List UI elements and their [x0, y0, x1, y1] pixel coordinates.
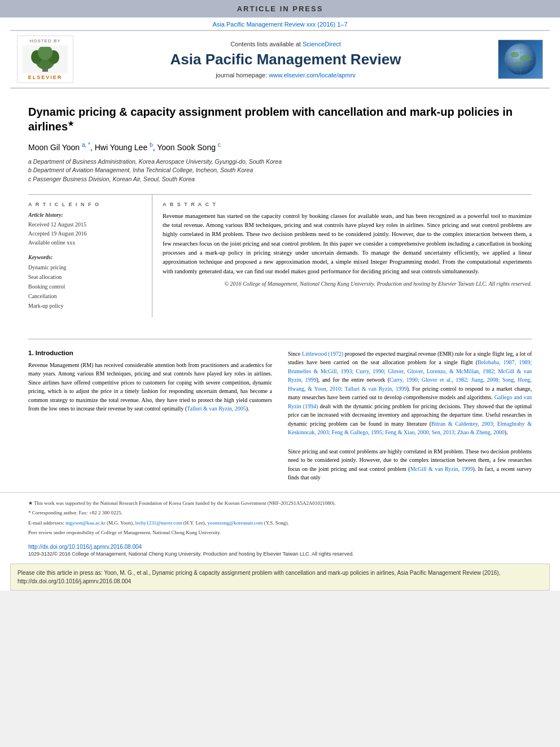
email-mgyoon[interactable]: mgyoon@kau.ac.kr	[65, 520, 106, 526]
accepted-date: Accepted 19 August 2016	[28, 229, 144, 238]
abstract-copyright: © 2016 College of Management, National C…	[163, 281, 532, 287]
author-b-sup: b	[150, 142, 153, 148]
footnote-star: ★ This work was supported by the Nationa…	[28, 500, 532, 508]
hosted-by-label: HOSTED BY	[29, 38, 60, 43]
received-date: Received 12 August 2015	[28, 220, 144, 229]
authors-line: Moon Gil Yoon a, *, Hwi Young Lee b, Yoo…	[28, 142, 532, 152]
elsevier-logo-image	[23, 45, 68, 73]
keyword-dynamic-pricing: Dynamic pricing	[28, 263, 144, 272]
body-left-column: 1. Introduction Revenue Management (RM) …	[28, 350, 272, 482]
journal-cover-image	[498, 40, 543, 79]
ref-talluri-2005[interactable]: Talluri & van Ryzin, 2005	[187, 405, 246, 412]
section1-left-para1: Revenue Management (RM) has received con…	[28, 361, 272, 413]
section-divider	[28, 339, 532, 339]
citation-bar: Please cite this article in press as: Yo…	[10, 563, 550, 591]
history-label: Article history:	[28, 212, 144, 218]
abstract-column: A B S T R A C T Revenue management has s…	[152, 195, 532, 317]
affiliation-a: a Department of Business Administration,…	[28, 158, 532, 167]
body-right-column: Since Littlewood (1972) proposed the exp…	[288, 350, 532, 482]
keyword-booking-control: Booking control	[28, 282, 144, 291]
title-star: ★	[68, 120, 74, 128]
globe-icon	[501, 42, 540, 76]
journal-title-center: Contents lists available at ScienceDirec…	[73, 41, 498, 78]
issn-line: 1029-3132/© 2016 College of Management, …	[28, 551, 532, 557]
article-info-label: A R T I C L E I N F O	[28, 202, 144, 207]
journal-header: HOSTED BY ELSEVIER Contents lists availa…	[10, 30, 550, 89]
affiliation-c: c Passenger Business Division, Korean Ai…	[28, 175, 532, 184]
email-leehy[interactable]: leehy1231@naver.com	[135, 520, 182, 526]
section1-heading: 1. Introduction	[28, 350, 272, 356]
article-info-abstract-row: A R T I C L E I N F O Article history: R…	[28, 194, 532, 317]
journal-homepage: journal homepage: www.elsevier.com/locat…	[73, 72, 498, 78]
affiliation-b: b Department of Aviation Management, Inh…	[28, 166, 532, 175]
elsevier-text: ELSEVIER	[28, 75, 63, 80]
abstract-label: A B S T R A C T	[163, 202, 532, 207]
svg-point-13	[514, 62, 522, 66]
ref-littlewood-1972[interactable]: Littlewood (1972)	[302, 351, 343, 357]
keyword-cancellation: Cancellation	[28, 291, 144, 301]
article-info-column: A R T I C L E I N F O Article history: R…	[28, 195, 152, 317]
ref-mcgill-ryzin-1999[interactable]: McGill & van Ryzin, 1999	[410, 466, 473, 472]
journal-name: Asia Pacific Management Review	[73, 51, 498, 68]
journal-homepage-link[interactable]: www.elsevier.com/locate/apmrv	[269, 72, 355, 78]
author-a-sup: a, *	[82, 142, 90, 148]
abstract-text: Revenue management has started on the ca…	[163, 212, 532, 276]
footnote-emails: E-mail addresses: mgyoon@kau.ac.kr (M.G.…	[28, 519, 532, 527]
sciencedirect-link[interactable]: ScienceDirect	[303, 41, 341, 47]
affiliations: a Department of Business Administration,…	[28, 158, 532, 184]
svg-point-11	[510, 52, 519, 58]
doi-link[interactable]: http://dx.doi.org/10.1016/j.apmrv.2016.0…	[28, 544, 532, 550]
footnote-corresponding: * Corresponding author. Fax: +82 2 300 0…	[28, 509, 532, 517]
body-text-area: 1. Introduction Revenue Management (RM) …	[0, 350, 560, 482]
email-yoonssong[interactable]: yoonssong@koreanair.com	[207, 520, 262, 526]
main-content: Dynamic pricing & capacity assignment pr…	[0, 89, 560, 329]
article-in-press-banner: ARTICLE IN PRESS	[0, 0, 560, 18]
ref-network[interactable]: Curry, 1990; Glover et al., 1982; Jiang,…	[288, 377, 532, 392]
keywords-label: Keywords:	[28, 254, 144, 260]
elsevier-logo: HOSTED BY ELSEVIER	[17, 36, 73, 83]
footnotes-area: ★ This work was supported by the Nationa…	[0, 492, 560, 537]
doi-area: http://dx.doi.org/10.1016/j.apmrv.2016.0…	[0, 539, 560, 558]
article-title: Dynamic pricing & capacity assignment pr…	[28, 104, 532, 134]
section1-right-para1: Since Littlewood (1972) proposed the exp…	[288, 350, 532, 437]
footnote-peer-review: Peer review under responsibility of Coll…	[28, 529, 532, 537]
elsevier-tree-icon	[25, 47, 65, 72]
ref-dynamic-pricing-lit[interactable]: Bitran & Caldentey, 2003; Elmaghraby & K…	[288, 421, 532, 436]
author-c-sup: c	[218, 142, 221, 148]
journal-reference: Asia Pacific Management Review xxx (2016…	[0, 18, 560, 30]
available-online: Available online xxx	[28, 238, 144, 247]
contents-available: Contents lists available at ScienceDirec…	[73, 41, 498, 47]
section1-right-para2: Since pricing and seat control problems …	[288, 447, 532, 482]
keyword-seat-allocation: Seat allocation	[28, 272, 144, 282]
keyword-markup-policy: Mark-up policy	[28, 301, 144, 311]
ref-gallego-ryzin-1994[interactable]: Gallego and van Ryzin (1994)	[288, 394, 532, 409]
svg-point-12	[520, 55, 531, 62]
